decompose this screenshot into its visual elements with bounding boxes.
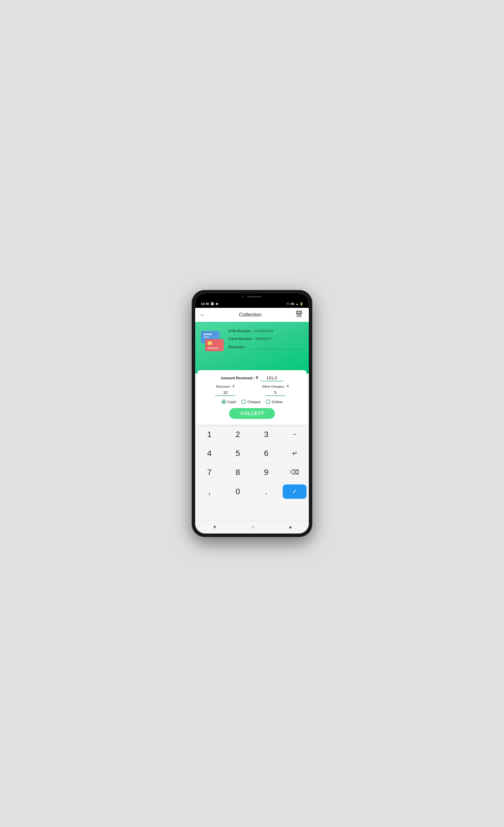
speaker <box>247 296 261 297</box>
amount-input[interactable] <box>260 375 283 381</box>
notch-area <box>195 293 309 300</box>
app-bar: ← Collection <box>195 308 309 322</box>
key-0[interactable]: 0 <box>223 482 252 501</box>
cash-radio-circle <box>221 399 226 404</box>
charges-label: Other Charges : ₹ <box>262 385 289 389</box>
svg-rect-2 <box>297 311 301 313</box>
stb-value: 244554500 <box>255 329 273 333</box>
phone-frame: 12:40 🖼 ⊕ 📳 4G ▲ 🔋 ← Collection <box>192 290 312 537</box>
card-info: STB Number : 244554500 Card Number : 685… <box>229 329 303 349</box>
nav-home-button[interactable]: ○ <box>247 523 259 531</box>
collect-button[interactable]: COLLECT <box>229 408 275 419</box>
online-radio-circle <box>266 399 270 404</box>
battery-icon: 🔋 <box>300 302 303 305</box>
red-card <box>205 339 224 351</box>
key-5[interactable]: 5 <box>223 444 252 463</box>
amount-label: Amount Received : ₹ <box>221 376 258 380</box>
cash-radio[interactable]: Cash <box>221 399 236 404</box>
cheque-radio[interactable]: Cheque <box>241 399 261 404</box>
status-bar: 12:40 🖼 ⊕ 📳 4G ▲ 🔋 <box>195 300 309 308</box>
cash-label: Cash <box>228 400 236 404</box>
backspace-button[interactable]: ⌫ <box>281 463 309 482</box>
discount-charges-row: Discount : ₹ Other Charges : ₹ <box>202 385 302 396</box>
status-right: 📳 4G ▲ 🔋 <box>286 302 303 305</box>
nav-back-icon: ▼ <box>212 525 217 530</box>
key-2[interactable]: 2 <box>223 425 252 444</box>
vibrate-icon: 📳 <box>286 302 290 305</box>
online-label: Online <box>272 400 283 404</box>
collection-form: Amount Received : ₹ Discount : ₹ Other C… <box>197 370 307 425</box>
discount-label: Discount : ₹ <box>216 385 235 389</box>
key-dot[interactable]: . <box>252 482 281 501</box>
key-6[interactable]: 6 <box>252 444 281 463</box>
confirm-button[interactable]: ✓ <box>283 484 307 499</box>
remarks-row: Remarks : <box>229 344 303 349</box>
key-1[interactable]: 1 <box>195 425 223 444</box>
key-9[interactable]: 9 <box>252 463 281 482</box>
back-button[interactable]: ← <box>200 311 205 318</box>
discount-column: Discount : ₹ <box>215 385 235 396</box>
green-card: STB Number : 244554500 Card Number : 685… <box>195 322 309 374</box>
key-comma[interactable]: , <box>195 482 223 501</box>
phone-screen: 12:40 🖼 ⊕ 📳 4G ▲ 🔋 ← Collection <box>195 293 309 534</box>
charges-column: Other Charges : ₹ <box>262 385 289 396</box>
gallery-icon: 🖼 <box>211 302 214 305</box>
online-radio[interactable]: Online <box>266 399 283 404</box>
stb-row: STB Number : 244554500 <box>229 329 303 333</box>
key-enter[interactable]: ↵ <box>281 444 309 463</box>
key-7[interactable]: 7 <box>195 463 223 482</box>
key-3[interactable]: 3 <box>252 425 281 444</box>
camera-dot <box>241 295 244 298</box>
charges-input[interactable] <box>265 390 285 396</box>
page-title: Collection <box>239 312 261 318</box>
remarks-input[interactable] <box>249 344 303 349</box>
card-number-label: Card Number : <box>229 337 254 341</box>
navigation-bar: ▼ ○ ■ <box>195 520 309 534</box>
svg-rect-5 <box>297 316 300 317</box>
nav-back-button[interactable]: ▼ <box>208 524 221 531</box>
key-4[interactable]: 4 <box>195 444 223 463</box>
network-icon: 4G <box>291 302 295 305</box>
key-8[interactable]: 8 <box>223 463 252 482</box>
signal-icon: ▲ <box>296 302 299 305</box>
remarks-label: Remarks : <box>229 345 247 349</box>
svg-rect-3 <box>297 314 301 317</box>
numpad: 1 2 3 − 4 5 6 ↵ 7 8 9 ⌫ , 0 . ✓ <box>195 425 309 520</box>
cheque-radio-circle <box>241 399 246 404</box>
svg-rect-4 <box>297 315 301 315</box>
payment-mode-row: Cash Cheque Online <box>202 399 302 404</box>
card-number-value: 68509217 <box>255 337 272 341</box>
nav-recents-button[interactable]: ■ <box>285 524 296 531</box>
print-button[interactable] <box>295 311 304 319</box>
card-number-row: Card Number : 68509217 <box>229 337 303 341</box>
cheque-label: Cheque <box>247 400 261 404</box>
time-display: 12:40 <box>201 302 209 305</box>
at-icon: ⊕ <box>215 302 218 306</box>
status-left: 12:40 🖼 ⊕ <box>201 302 218 306</box>
discount-input[interactable] <box>215 390 235 396</box>
key-minus[interactable]: − <box>281 425 309 444</box>
nav-home-icon: ○ <box>251 524 255 530</box>
amount-row: Amount Received : ₹ <box>202 375 302 381</box>
nav-recents-icon: ■ <box>289 525 291 530</box>
card-illustration <box>201 331 224 351</box>
stb-label: STB Number : <box>229 329 253 333</box>
